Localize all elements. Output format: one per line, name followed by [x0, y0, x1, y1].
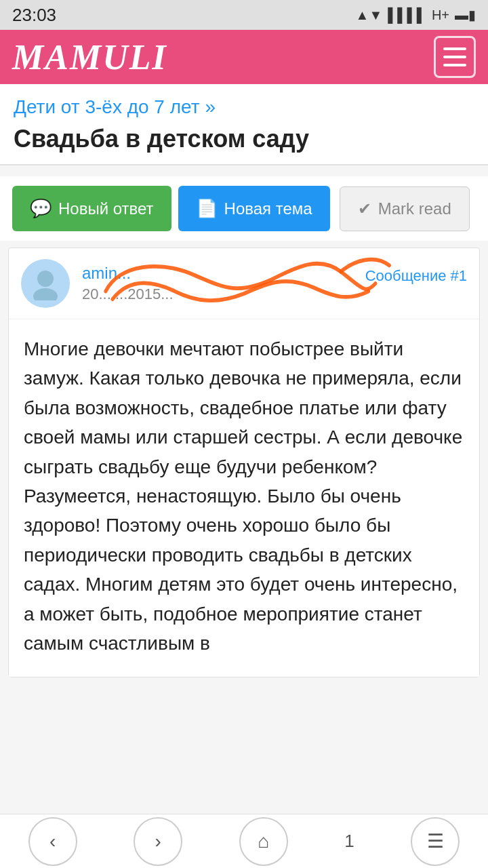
check-icon: ✔ [358, 199, 371, 218]
doc-icon: 📄 [196, 198, 218, 219]
post-body: Многие девочки мечтают побыстрее выйти з… [9, 319, 479, 677]
bottom-nav: ‹ › ⌂ 1 ☰ [0, 814, 488, 868]
network-type: H+ [432, 7, 449, 23]
post-date: 20... ...2015... [82, 285, 467, 303]
bars-icon: ▌▌▌▌ [388, 7, 426, 23]
mark-read-button[interactable]: ✔ Mark read [340, 186, 470, 231]
breadcrumb-arrow: » [205, 96, 216, 117]
app-header: MAMULI [0, 30, 488, 84]
new-topic-label: Новая тема [224, 199, 312, 218]
back-icon: ‹ [49, 831, 56, 852]
menu-button[interactable] [434, 36, 476, 78]
new-reply-button[interactable]: 💬 Новый ответ [12, 186, 171, 231]
battery-icon: ▬▮ [455, 7, 476, 23]
menu-line-2 [443, 56, 466, 58]
breadcrumb: Дети от 3-ёх до 7 лет» [0, 84, 488, 121]
back-button[interactable]: ‹ [28, 817, 77, 866]
home-button[interactable]: ⌂ [239, 817, 288, 866]
page-title: Свадьба в детском саду [0, 121, 488, 164]
app-logo: MAMULI [12, 37, 167, 77]
breadcrumb-link[interactable]: Дети от 3-ёх до 7 лет [14, 96, 200, 117]
avatar [21, 259, 70, 308]
svg-point-0 [37, 271, 54, 287]
page-number: 1 [344, 831, 354, 852]
signal-icon: ▲▼ [356, 7, 383, 23]
status-icons: ▲▼ ▌▌▌▌ H+ ▬▮ [356, 7, 476, 23]
status-bar: 23:03 ▲▼ ▌▌▌▌ H+ ▬▮ [0, 0, 488, 30]
nav-menu-icon: ☰ [427, 830, 444, 852]
nav-menu-button[interactable]: ☰ [411, 817, 460, 866]
svg-point-1 [33, 288, 58, 300]
new-topic-button[interactable]: 📄 Новая тема [178, 186, 330, 231]
home-icon: ⌂ [258, 831, 269, 852]
forward-icon: › [155, 831, 161, 852]
post-number: Сообщение #1 [365, 267, 467, 285]
forward-button[interactable]: › [134, 817, 182, 866]
menu-line-1 [443, 47, 466, 50]
chat-icon: 💬 [30, 198, 52, 219]
mark-read-label: Mark read [378, 199, 451, 218]
action-buttons-row: 💬 Новый ответ 📄 Новая тема ✔ Mark read [0, 176, 488, 241]
menu-line-3 [443, 64, 466, 66]
new-reply-label: Новый ответ [58, 199, 154, 218]
avatar-icon [28, 267, 62, 300]
post-header: amin... 20... ...2015... Сообщение #1 [9, 248, 479, 319]
divider [0, 164, 488, 165]
post-card: amin... 20... ...2015... Сообщение #1 Мн… [8, 248, 480, 677]
status-time: 23:03 [12, 5, 56, 26]
